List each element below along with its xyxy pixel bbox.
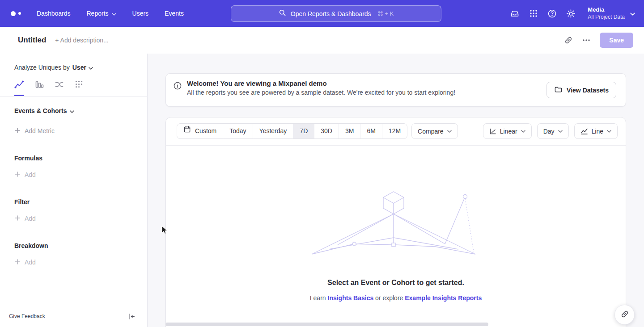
flows-icon: [55, 80, 64, 91]
date-range-30d[interactable]: 30D: [314, 124, 339, 138]
report-header-actions: Save: [564, 33, 633, 48]
chart-display-controls: Linear Day Line: [483, 123, 618, 139]
linear-scale-icon: [489, 128, 496, 135]
chart-type-label: Line: [592, 128, 603, 135]
chevron-down-icon: [447, 130, 452, 133]
breakdown-label: Breakdown: [14, 242, 48, 249]
chevron-down-icon: [70, 107, 74, 114]
logo-dot-small: [18, 12, 21, 15]
project-scope: All Project Data: [588, 14, 625, 21]
share-link-fab[interactable]: [614, 305, 635, 325]
date-range-7d[interactable]: 7D: [293, 124, 314, 138]
folder-icon: [554, 85, 563, 95]
chevron-down-icon: [607, 130, 611, 133]
insights-basics-link[interactable]: Insights Basics: [328, 294, 374, 302]
chart-toolbar: Custom Today Yesterday 7D 30D 3M 6M 12M …: [166, 117, 626, 146]
nav-item-events[interactable]: Events: [165, 10, 184, 17]
welcome-banner: Welcome! You are viewing a Mixpanel demo…: [165, 73, 626, 107]
link-icon[interactable]: [564, 36, 573, 45]
view-datasets-label: View Datasets: [567, 87, 609, 94]
date-range-today[interactable]: Today: [223, 124, 252, 138]
empty-state-illustration: [311, 190, 481, 258]
add-breakdown-label: Add: [25, 259, 36, 266]
tab-flows[interactable]: [55, 80, 64, 96]
empty-state: Select an Event or Cohort to get started…: [166, 146, 626, 302]
more-options-icon[interactable]: [582, 36, 591, 45]
nav-item-label: Users: [132, 10, 149, 17]
middle-text: or explore: [375, 294, 403, 302]
search-shortcut: ⌘ + K: [377, 10, 394, 17]
link-icon: [620, 310, 629, 320]
interval-selector[interactable]: Day: [537, 123, 569, 139]
plus-icon: [15, 171, 20, 178]
empty-state-links: Learn Insights Basics or explore Example…: [310, 294, 482, 302]
formulas-section-label: Formulas: [0, 155, 147, 162]
chevron-down-icon: [558, 130, 563, 133]
date-range-6m[interactable]: 6M: [360, 124, 381, 138]
analyze-uniques-row: Analyze Uniques by User: [0, 54, 147, 71]
gear-icon[interactable]: [566, 9, 576, 18]
example-reports-link[interactable]: Example Insights Reports: [405, 294, 482, 302]
mixpanel-insights-app: Dashboards Reports Users Events Open Rep…: [0, 0, 644, 327]
date-range-12m[interactable]: 12M: [382, 124, 407, 138]
help-icon[interactable]: [547, 9, 557, 18]
nav-item-reports[interactable]: Reports: [87, 10, 116, 17]
project-selector[interactable]: Media All Project Data: [588, 6, 635, 21]
apps-grid-icon[interactable]: [529, 9, 538, 18]
analyze-by-value: User: [72, 64, 86, 71]
date-range-3m[interactable]: 3M: [339, 124, 360, 138]
global-search-bar[interactable]: Open Reports & Dashboards ⌘ + K: [231, 5, 441, 22]
horizontal-scrollbar[interactable]: [165, 323, 488, 326]
events-cohorts-label: Events & Cohorts: [14, 107, 67, 114]
collapse-icon[interactable]: [128, 313, 136, 320]
events-cohorts-section[interactable]: Events & Cohorts: [0, 107, 147, 114]
chevron-down-icon: [112, 10, 116, 17]
search-icon: [279, 9, 286, 18]
logo-dot-large: [11, 11, 16, 16]
add-breakdown-button[interactable]: Add: [0, 259, 147, 266]
tab-insights[interactable]: [14, 80, 24, 96]
chart-type-selector[interactable]: Line: [574, 123, 618, 139]
nav-item-label: Reports: [87, 10, 109, 17]
plus-icon: [15, 259, 20, 266]
add-formula-label: Add: [25, 171, 36, 178]
retention-grid-icon: [75, 80, 83, 91]
give-feedback-link[interactable]: Give Feedback: [9, 313, 45, 319]
plus-icon: [15, 127, 20, 134]
filter-label: Filter: [14, 198, 30, 205]
compare-button[interactable]: Compare: [411, 123, 458, 139]
sidebar-footer: Give Feedback: [0, 308, 147, 327]
analyze-by-dropdown[interactable]: User: [72, 64, 93, 71]
add-description-field[interactable]: + Add description...: [55, 37, 108, 44]
top-navbar: Dashboards Reports Users Events Open Rep…: [0, 0, 644, 27]
nav-item-dashboards[interactable]: Dashboards: [37, 10, 71, 17]
date-range-custom[interactable]: Custom: [177, 124, 223, 138]
chevron-down-icon: [89, 64, 93, 71]
nav-item-label: Events: [165, 10, 184, 17]
inbox-icon[interactable]: [510, 8, 520, 18]
save-button[interactable]: Save: [600, 33, 633, 48]
tab-funnels[interactable]: [35, 80, 44, 96]
report-title[interactable]: Untitled: [18, 36, 46, 45]
query-builder-sidebar: Analyze Uniques by User Events & Cohorts: [0, 54, 148, 327]
add-formula-button[interactable]: Add: [0, 171, 147, 178]
date-range-custom-label: Custom: [195, 124, 216, 138]
empty-state-title: Select an Event or Cohort to get started…: [327, 279, 464, 287]
metric-type-tabs: [0, 71, 147, 96]
welcome-text: Welcome! You are viewing a Mixpanel demo…: [187, 74, 455, 96]
mixpanel-logo[interactable]: [11, 11, 30, 16]
scale-label: Linear: [500, 128, 517, 135]
bar-chart-icon: [35, 80, 44, 91]
view-datasets-button[interactable]: View Datasets: [547, 82, 616, 98]
nav-item-users[interactable]: Users: [132, 10, 149, 17]
date-range-yesterday[interactable]: Yesterday: [253, 124, 293, 138]
breakdown-section-label: Breakdown: [0, 242, 147, 249]
chevron-down-icon: [521, 130, 525, 133]
add-filter-button[interactable]: Add: [0, 215, 147, 222]
scale-selector[interactable]: Linear: [483, 123, 532, 139]
welcome-title: Welcome! You are viewing a Mixpanel demo: [187, 80, 455, 87]
tab-retention[interactable]: [75, 80, 83, 96]
add-metric-button[interactable]: Add Metric: [0, 127, 147, 134]
line-chart-icon: [14, 80, 24, 91]
interval-label: Day: [543, 128, 555, 135]
